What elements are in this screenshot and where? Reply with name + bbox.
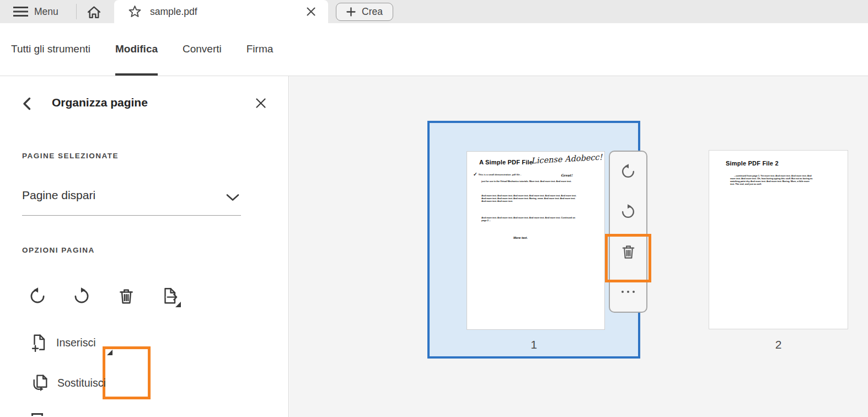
page2-number: 2	[709, 338, 848, 351]
ribbon-toolbar: Tutti gli strumenti Modifica Converti Fi…	[0, 23, 868, 76]
page1-paragraph: And more text. And more text. And more t…	[481, 194, 578, 202]
tab-bar: Menu sample.pdf	[0, 0, 868, 23]
insert-pages-button[interactable]: Inserisci	[30, 333, 96, 352]
page1-thumbnail[interactable]: A Simple PDF File License Adobecc! ✓ Thi…	[467, 151, 605, 330]
document-tab-title: sample.pdf	[150, 6, 197, 18]
page1-checked-line: ✓ This is a small demonstration .pdf fil…	[473, 172, 521, 177]
thumb-rotate-left-button[interactable]	[610, 152, 646, 192]
home-button[interactable]	[86, 4, 101, 20]
home-icon	[87, 5, 101, 20]
ribbon-item-converti[interactable]: Converti	[183, 23, 222, 76]
menu-label: Menu	[34, 6, 58, 18]
organize-pages-panel: Organizza pagine PAGINE SELEZIONATE Pagi…	[0, 76, 289, 417]
page2-thumbnail[interactable]: Simple PDF File 2 ...continued from page…	[709, 150, 848, 329]
page1-number: 1	[427, 338, 640, 351]
page1-title: A Simple PDF File	[479, 159, 533, 165]
panel-close-button[interactable]	[255, 97, 267, 109]
insert-page-icon	[30, 333, 49, 352]
extract-submenu-arrow-icon	[175, 302, 181, 307]
next-option-partial-icon	[31, 413, 43, 416]
checkmark-icon: ✓	[473, 172, 478, 177]
back-button[interactable]	[20, 96, 35, 111]
tab-close-button[interactable]	[306, 7, 316, 17]
page2-title: Simple PDF File 2	[726, 160, 779, 167]
trash-icon	[117, 287, 136, 306]
ribbon-item-tutti-gli-strumenti[interactable]: Tutti gli strumenti	[11, 23, 90, 76]
page1-scribble: More text.	[513, 236, 528, 239]
rotate-right-icon	[620, 204, 636, 220]
replace-pages-button[interactable]: Sostituisci	[30, 373, 106, 393]
selected-pages-label: PAGINE SELEZIONATE	[22, 152, 119, 160]
page-options-label: OPZIONI PAGINA	[22, 246, 95, 254]
thumbnail-toolbar	[609, 151, 647, 313]
rotate-left-button[interactable]	[28, 286, 47, 306]
create-button[interactable]: Crea	[336, 3, 393, 21]
create-button-label: Crea	[362, 6, 383, 18]
insert-label: Inserisci	[56, 336, 96, 349]
chevron-down-icon	[226, 193, 240, 202]
plus-icon	[346, 7, 356, 17]
replace-page-icon	[30, 373, 50, 393]
hamburger-menu-icon	[13, 6, 28, 17]
page1-paragraph: just for use in the Virtual Mechanics tu…	[481, 180, 574, 183]
acrobat-window: Menu sample.pdf	[0, 0, 868, 417]
page2-paragraph: ...continued from page 1. Yet more text.…	[730, 174, 814, 185]
page1-annotation: Great!	[561, 173, 572, 177]
document-tab[interactable]: sample.pdf	[114, 0, 328, 23]
delete-pages-button[interactable]	[116, 286, 136, 306]
rotate-right-button[interactable]	[72, 286, 92, 306]
tabbar-divider	[76, 4, 77, 19]
more-options-icon	[621, 291, 635, 293]
highlight-box-thumb-trash	[605, 234, 651, 282]
rotate-right-icon	[72, 287, 91, 306]
panel-title: Organizza pagine	[52, 96, 148, 109]
thumb-rotate-right-button[interactable]	[610, 192, 646, 232]
selected-pages-value: Pagine dispari	[22, 189, 95, 202]
close-icon	[255, 97, 267, 109]
page1-paragraph: And more text. And more text. And more t…	[481, 216, 578, 222]
menu-button[interactable]: Menu	[13, 0, 58, 23]
rotate-left-icon	[620, 163, 636, 180]
ribbon-item-modifica[interactable]: Modifica	[115, 23, 158, 76]
rotate-left-icon	[28, 287, 47, 306]
replace-label: Sostituisci	[57, 377, 106, 389]
page1-handwriting: License Adobecc!	[531, 153, 603, 165]
back-chevron-icon	[20, 96, 35, 111]
ribbon-item-firma[interactable]: Firma	[247, 23, 274, 76]
star-icon[interactable]	[128, 6, 141, 18]
insert-submenu-arrow-icon	[107, 350, 112, 355]
selected-pages-dropdown[interactable]: Pagine dispari	[22, 185, 241, 216]
